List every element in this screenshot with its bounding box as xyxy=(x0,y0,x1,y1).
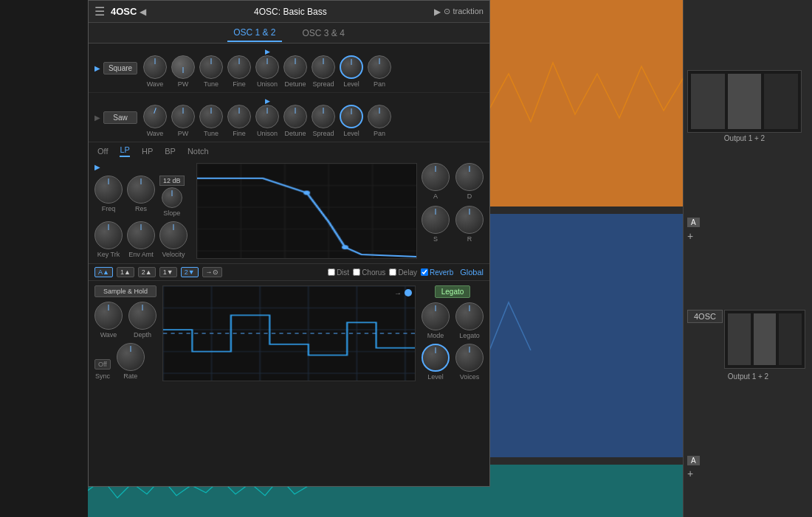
lfo-sync-row: Off Sync Rate xyxy=(94,343,156,380)
title-bar: ☰ 4OSC ◀ 4OSC: Basic Bass ▶ ⊙ tracktion xyxy=(89,1,489,23)
lfo-rate-knob[interactable] xyxy=(117,343,145,371)
voice-mode-knob[interactable] xyxy=(422,302,450,330)
filter-slope-knob[interactable] xyxy=(162,187,182,208)
filter-velocity-knob[interactable] xyxy=(159,221,187,249)
osc2-pan-knob[interactable] xyxy=(368,105,391,128)
osc2-level-knob[interactable] xyxy=(340,105,363,128)
osc1-fine-knob[interactable] xyxy=(227,55,251,79)
osc2-detune-knob[interactable] xyxy=(283,105,307,128)
menu-icon[interactable]: ☰ xyxy=(94,4,105,18)
delay-checkbox-label[interactable]: Delay xyxy=(389,268,417,277)
osc2-fine-knob[interactable] xyxy=(227,105,251,128)
filter-tab-notch[interactable]: Notch xyxy=(187,147,209,156)
filter-tab-off[interactable]: Off xyxy=(97,147,108,156)
routing-a-button[interactable]: A▲ xyxy=(94,267,113,277)
adsr-decay-knob[interactable] xyxy=(455,163,484,191)
osc2-pw-knob[interactable] xyxy=(171,105,195,128)
osc2-type-button[interactable]: Saw xyxy=(103,111,137,124)
osc1-tune-knob-wrap: Tune xyxy=(199,55,223,88)
preset-prev-button[interactable]: ◀ xyxy=(140,7,146,17)
osc2-tune-label: Tune xyxy=(204,130,219,137)
preset-name: 4OSC: Basic Bass xyxy=(149,7,431,17)
osc1-level-knob-wrap: Level xyxy=(340,55,363,88)
reverb-checkbox-label[interactable]: Reverb xyxy=(421,268,453,277)
osc2-pw-knob-wrap: PW xyxy=(171,105,195,137)
osc1-detune-knob[interactable] xyxy=(283,55,307,79)
osc1-pw-knob-wrap: PW xyxy=(171,55,195,88)
add-track-button-1[interactable]: + xyxy=(687,230,693,242)
reverb-label: Reverb xyxy=(430,268,453,277)
tab-osc12[interactable]: OSC 1 & 2 xyxy=(227,24,281,42)
lfo-depth-knob[interactable] xyxy=(128,302,156,330)
lfo-voice-section: Sample & Hold Wave Depth Off Sync xyxy=(89,281,489,388)
output-label-1: Output 1 + 2 xyxy=(687,134,802,142)
osc1-tune-knob[interactable] xyxy=(199,55,223,79)
adsr-d-label: D xyxy=(467,192,472,200)
osc1-unison-active: ▶ xyxy=(265,48,270,55)
chorus-checkbox-label[interactable]: Chorus xyxy=(353,268,385,277)
adsr-release-knob[interactable] xyxy=(455,206,484,234)
dist-checkbox-label[interactable]: Dist xyxy=(328,268,349,277)
dist-checkbox[interactable] xyxy=(328,268,335,276)
right-panel: Output 1 + 2 A + 4OSC Output 1 + 2 A + xyxy=(683,0,812,517)
voice-voices-knob[interactable] xyxy=(455,344,484,372)
osc1-detune-label: Detune xyxy=(284,80,306,88)
osc2-unison-knob[interactable] xyxy=(255,105,279,128)
osc2-spread-knob[interactable] xyxy=(312,105,335,128)
filter-res-wrap: Res xyxy=(127,176,155,217)
filter-tab-bp[interactable]: BP xyxy=(165,147,176,156)
osc1-wave-label: Wave xyxy=(147,80,164,88)
preset-next-button[interactable]: ▶ xyxy=(434,7,441,17)
lfo-wave-knob[interactable] xyxy=(94,302,123,330)
delay-checkbox[interactable] xyxy=(389,268,396,276)
reverb-checkbox[interactable] xyxy=(421,268,428,276)
filter-envamt-knob[interactable] xyxy=(127,221,155,249)
output-thumbnail-2 xyxy=(724,310,805,369)
lfo-sync-button[interactable]: Off xyxy=(94,359,111,369)
adsr-attack-knob[interactable] xyxy=(422,163,450,191)
osc1-type-button[interactable]: Square xyxy=(103,62,137,74)
routing-2dn-button[interactable]: 2▼ xyxy=(181,267,199,277)
osc1-level-knob[interactable] xyxy=(340,55,363,79)
voice-mode-wrap: Mode xyxy=(422,302,450,339)
filter-curve-canvas xyxy=(197,164,416,258)
filter-keytrk-knob[interactable] xyxy=(94,221,123,249)
adsr-row2: S R xyxy=(422,206,484,243)
filter-tab-lp[interactable]: LP xyxy=(120,145,129,157)
lfo-reset-button[interactable]: → xyxy=(394,289,402,297)
track-a-label-2: A xyxy=(687,456,700,465)
filter-tab-hp[interactable]: HP xyxy=(142,147,153,156)
adsr-sustain-knob[interactable] xyxy=(422,206,450,234)
voice-level-knob[interactable] xyxy=(422,344,450,372)
voice-row1: Mode Legato xyxy=(422,302,484,339)
adsr-row1: A D xyxy=(422,163,484,200)
osc1-pan-knob[interactable] xyxy=(368,55,391,79)
filter-enable-indicator: ▶ xyxy=(94,163,187,171)
lfo-controls: Sample & Hold Wave Depth Off Sync xyxy=(94,285,156,384)
osc1-wave-knob[interactable] xyxy=(143,55,167,79)
delay-label: Delay xyxy=(398,268,417,277)
osc1-spread-knob[interactable] xyxy=(312,55,335,79)
osc2-wave-knob[interactable] xyxy=(143,105,167,128)
plugin-window: ☰ 4OSC ◀ 4OSC: Basic Bass ▶ ⊙ tracktion … xyxy=(88,0,490,487)
osc1-row: ▶ Square Wave PW Tune Fine ▶ U xyxy=(89,44,489,93)
routing-1dn-button[interactable]: 1▼ xyxy=(159,267,177,277)
routing-chain-button[interactable]: →⊙ xyxy=(202,267,222,277)
tab-osc34[interactable]: OSC 3 & 4 xyxy=(297,25,351,41)
filter-keytrk-label: Key Trk xyxy=(97,251,120,258)
lfo-active-dot xyxy=(405,289,412,296)
osc2-tune-knob[interactable] xyxy=(199,105,223,128)
chorus-checkbox[interactable] xyxy=(353,268,360,276)
routing-1up-button[interactable]: 1▲ xyxy=(117,267,134,277)
voice-legato-knob[interactable] xyxy=(455,302,484,330)
filter-freq-knob[interactable] xyxy=(94,176,123,204)
lfo-type-button[interactable]: Sample & Hold xyxy=(94,285,156,297)
filter-res-knob[interactable] xyxy=(127,176,155,204)
global-button[interactable]: Global xyxy=(460,268,484,277)
add-track-button-2[interactable]: + xyxy=(687,468,693,479)
osc1-unison-knob[interactable] xyxy=(255,55,279,79)
osc1-pw-knob[interactable] xyxy=(171,55,195,79)
plugin-instance-label: 4OSC xyxy=(687,310,723,323)
legato-button[interactable]: Legato xyxy=(435,285,471,298)
routing-2up-button[interactable]: 2▲ xyxy=(138,267,156,277)
